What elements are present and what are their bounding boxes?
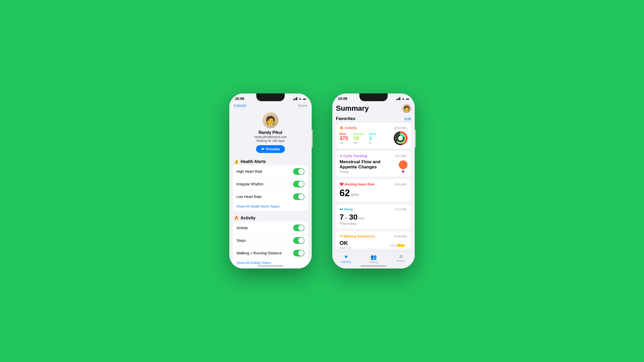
avatar: 🧑	[262, 112, 278, 128]
show-all-health-link[interactable]: Show All Health Alerts Topics	[236, 204, 304, 208]
summary-content: Summary 🧑 Favorites Edit 🔥 Activity 10:0…	[332, 102, 415, 248]
sleep-sub: Time Asleep	[340, 222, 408, 226]
home-indicator	[258, 265, 283, 266]
walking-chevron-icon: ›	[406, 235, 408, 238]
phone-1-screen: 10:09 ▲ ▬ Cancel Done 🧑 Randy Pikul rand…	[229, 93, 312, 269]
sleep-card-header: 🛏 Sleep 8:12 AM ›	[340, 207, 408, 211]
cycle-tracking-card[interactable]: ✦ Cycle Tracking 8:57 AM › Menstrual Flo…	[336, 151, 411, 177]
sharing-header: Cancel Done	[229, 102, 312, 110]
move-metric: Move 375 cal	[340, 133, 348, 144]
status-time-2: 10:09	[338, 97, 347, 101]
tab-browse[interactable]: ⊞ Browse	[387, 254, 415, 263]
cycle-dot-purple	[402, 170, 404, 173]
activity-icon: 🔥	[234, 216, 239, 220]
irregular-rhythm-label: Irregular Rhythm	[236, 182, 263, 186]
cycle-card-time: 8:57 AM ›	[396, 154, 408, 158]
cycle-text: Menstrual Flow and Appetite Changes Toda…	[340, 159, 399, 174]
walking-distance-label: Walking + Running Distance	[236, 251, 282, 255]
summary-title: Summary	[336, 104, 369, 113]
steadiness-bar	[389, 242, 408, 248]
walking-distance-toggle[interactable]	[293, 250, 304, 256]
sharing-tab-icon: 👥	[370, 254, 377, 260]
cycle-content: Menstrual Flow and Appetite Changes Toda…	[340, 159, 408, 174]
activity-card-time: 10:04 AM ›	[394, 126, 408, 130]
activity-list: Activity Steps Walking + Running Distanc…	[233, 222, 308, 259]
activity-card-header: 🔥 Activity 10:04 AM ›	[340, 126, 408, 130]
profile-name: Randy Pikul	[259, 130, 282, 135]
summary-title-row: Summary 🧑	[336, 102, 411, 114]
preview-button[interactable]: Preview	[256, 145, 285, 153]
activity-metrics: Move 375 cal Exercise 19 min Stand 3	[340, 133, 376, 144]
summary-tab-label: Summary	[341, 261, 351, 263]
sleep-card[interactable]: 🛏 Sleep 8:12 AM › 7 hr 30 min Time Aslee…	[336, 204, 411, 229]
tab-summary[interactable]: ♥ Summary	[332, 254, 360, 263]
toggle-row-steps: Steps	[233, 234, 308, 247]
sleep-card-time: 8:12 AM ›	[396, 208, 408, 211]
high-heart-rate-toggle[interactable]	[293, 168, 304, 175]
heart-card-time: 10:04 AM ›	[394, 183, 408, 186]
activity-card-title: 🔥 Activity	[340, 126, 357, 130]
heart-rate-unit: BPM	[351, 193, 359, 197]
cycle-card-header: ✦ Cycle Tracking 8:57 AM ›	[340, 154, 408, 158]
sharing-days: Sharing for 168 days	[256, 139, 285, 143]
summary-tab-icon: ♥	[344, 254, 348, 260]
high-heart-rate-label: High Heart Rate	[236, 169, 262, 174]
activity-toggle[interactable]	[293, 225, 304, 231]
steadiness-value: OK	[340, 240, 351, 246]
edit-button[interactable]: Edit	[404, 117, 411, 121]
walking-card-title: ⇌ Walking Steadiness	[340, 234, 375, 238]
heart-card-header: ❤️ Resting Heart Rate 10:04 AM ›	[340, 182, 408, 186]
done-button[interactable]: Done	[298, 103, 307, 108]
battery-icon: ▬	[303, 97, 306, 100]
steadiness-date: Sep 1–7	[340, 246, 351, 248]
wifi-icon-2: ▲	[402, 97, 405, 100]
move-value: 375	[340, 135, 348, 141]
steadiness-content: OK Sep 1–7	[340, 240, 408, 248]
wifi-icon: ▲	[299, 97, 302, 100]
phone-1: 10:09 ▲ ▬ Cancel Done 🧑 Randy Pikul rand…	[229, 93, 312, 269]
browse-tab-icon: ⊞	[399, 254, 403, 259]
heart-rate-value: 62	[340, 188, 350, 198]
phone-2: 10:09 ▲ ▬ Summary 🧑 Favorites	[332, 93, 415, 269]
cycle-chevron-icon: ›	[406, 154, 408, 158]
phone-2-screen: 10:09 ▲ ▬ Summary 🧑 Favorites	[332, 93, 415, 269]
activity-label: Activity	[236, 226, 248, 230]
tab-sharing[interactable]: 👥 Sharing	[360, 254, 387, 263]
home-indicator-2	[361, 265, 386, 266]
low-heart-rate-toggle[interactable]	[293, 193, 304, 200]
favorites-label: Favorites	[336, 116, 355, 121]
status-bar-1: 10:09 ▲ ▬	[229, 93, 312, 102]
heart-icon: ❤️	[340, 182, 344, 186]
health-alerts-header: ⚠️ Health Alerts	[229, 157, 312, 165]
activity-rings	[394, 131, 408, 145]
signal-icon	[293, 97, 298, 100]
cycle-dots	[399, 160, 408, 173]
cancel-button[interactable]: Cancel	[234, 103, 246, 108]
steps-toggle[interactable]	[293, 237, 304, 244]
show-all-activity-link[interactable]: Show All Activity Topics	[236, 261, 304, 265]
toggle-row-low-heart: Low Heart Rate	[233, 191, 308, 203]
stand-metric: Stand 3 hr	[369, 133, 376, 144]
heart-chevron-icon: ›	[406, 183, 408, 186]
sleep-chevron-icon: ›	[406, 208, 408, 211]
user-avatar[interactable]: 🧑	[402, 104, 411, 113]
toggle-row-irregular: Irregular Rhythm	[233, 178, 308, 191]
walking-steadiness-card[interactable]: ⇌ Walking Steadiness 10:08 AM › OK Sep 1…	[336, 231, 411, 248]
heart-rate-card[interactable]: ❤️ Resting Heart Rate 10:04 AM › 62 BPM	[336, 179, 411, 202]
cycle-sub-text: Today	[340, 170, 399, 174]
cycle-dot-red	[399, 160, 408, 169]
toggle-row-walking: Walking + Running Distance	[233, 247, 308, 259]
warning-icon: ⚠️	[234, 159, 239, 164]
battery-icon-2: ▬	[406, 97, 409, 100]
stand-value: 3	[369, 135, 376, 141]
activity-card[interactable]: 🔥 Activity 10:04 AM › Move 375 cal	[336, 123, 411, 148]
profile-section: 🧑 Randy Pikul randy.pikul@icloud.com Sha…	[229, 110, 312, 157]
irregular-rhythm-toggle[interactable]	[293, 181, 304, 187]
health-alerts-list: High Heart Rate Irregular Rhythm Low Hea…	[233, 165, 308, 203]
sleep-icon: 🛏	[340, 207, 343, 211]
low-heart-rate-label: Low Heart Rate	[236, 195, 261, 199]
toggle-row-activity: Activity	[233, 222, 308, 234]
sleep-value-row: 7 hr 30 min	[340, 213, 408, 221]
activity-header: 🔥 Activity	[229, 213, 312, 222]
exercise-value: 19	[353, 135, 364, 141]
